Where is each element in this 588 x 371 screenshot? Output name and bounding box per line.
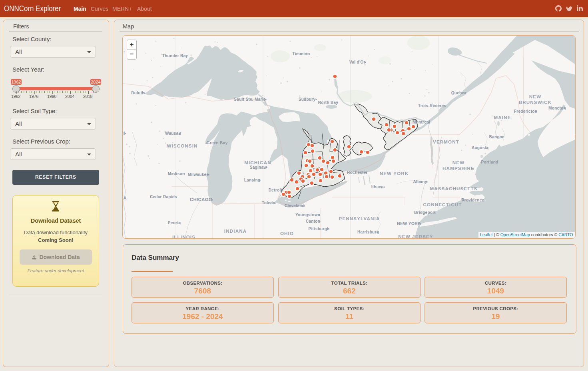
svg-text:NEW YORK: NEW YORK bbox=[380, 171, 409, 176]
svg-text:Harrisburg: Harrisburg bbox=[357, 230, 379, 234]
svg-text:MASSACHUSETTS: MASSACHUSETTS bbox=[430, 186, 477, 191]
svg-text:Lansing: Lansing bbox=[244, 178, 260, 182]
svg-text:Quebec: Quebec bbox=[451, 91, 467, 95]
svg-text:Moncton: Moncton bbox=[548, 106, 566, 110]
svg-text:Bridgeport: Bridgeport bbox=[414, 210, 436, 215]
svg-text:NEW: NEW bbox=[452, 160, 464, 165]
svg-text:MICHIGAN: MICHIGAN bbox=[244, 160, 271, 165]
svg-text:PENNSYLVANIA: PENNSYLVANIA bbox=[339, 216, 380, 221]
svg-text:Pittsburgh: Pittsburgh bbox=[309, 227, 330, 231]
svg-text:Montreal: Montreal bbox=[413, 120, 430, 124]
svg-text:NEW YORK: NEW YORK bbox=[397, 221, 421, 226]
svg-text:Portland: Portland bbox=[481, 160, 498, 164]
svg-text:WISCONSIN: WISCONSIN bbox=[167, 144, 197, 148]
svg-text:Wausau: Wausau bbox=[165, 131, 181, 136]
svg-text:Milwaukee: Milwaukee bbox=[188, 172, 209, 177]
svg-text:CONNECTICUT: CONNECTICUT bbox=[423, 202, 462, 207]
svg-text:NEW: NEW bbox=[529, 94, 541, 99]
svg-text:Providence: Providence bbox=[462, 198, 484, 202]
svg-text:NEW JERSEY: NEW JERSEY bbox=[398, 234, 433, 239]
svg-text:Madison: Madison bbox=[168, 172, 185, 176]
svg-text:Detroit: Detroit bbox=[269, 188, 283, 192]
svg-text:Fredericton: Fredericton bbox=[514, 109, 537, 114]
svg-text:North Bay: North Bay bbox=[318, 100, 339, 105]
svg-text:Val d'Or: Val d'Or bbox=[349, 60, 365, 64]
svg-text:Bangor: Bangor bbox=[489, 135, 504, 139]
svg-text:OHIO: OHIO bbox=[280, 231, 294, 236]
svg-text:Peoria: Peoria bbox=[168, 221, 181, 225]
svg-text:Timmins: Timmins bbox=[292, 52, 309, 56]
svg-text:Toledo: Toledo bbox=[262, 201, 275, 205]
svg-text:MAINE: MAINE bbox=[494, 115, 511, 120]
svg-text:Albany: Albany bbox=[413, 180, 427, 184]
svg-text:Canton: Canton bbox=[306, 219, 320, 223]
svg-text:BRUNSWICK: BRUNSWICK bbox=[519, 100, 552, 105]
svg-text:Sault Ste. Marie: Sault Ste. Marie bbox=[234, 97, 265, 102]
svg-text:St. Paul: St. Paul bbox=[123, 131, 125, 136]
svg-text:Duluth: Duluth bbox=[131, 91, 144, 95]
svg-text:IOWA: IOWA bbox=[123, 195, 127, 200]
svg-text:Sudbury: Sudbury bbox=[299, 97, 316, 102]
svg-text:Thunder Bay: Thunder Bay bbox=[162, 54, 188, 58]
svg-text:Youngstown: Youngstown bbox=[295, 213, 320, 217]
svg-text:Halifax: Halifax bbox=[575, 134, 576, 139]
svg-text:Cleveland: Cleveland bbox=[285, 203, 305, 208]
svg-text:Rochester: Rochester bbox=[347, 170, 368, 175]
svg-text:Cedar Rapids: Cedar Rapids bbox=[150, 195, 177, 199]
svg-text:Augusta: Augusta bbox=[472, 146, 488, 150]
svg-text:INDIANA: INDIANA bbox=[224, 229, 247, 233]
svg-text:Saginaw: Saginaw bbox=[250, 165, 267, 170]
svg-text:VERMONT: VERMONT bbox=[433, 140, 459, 144]
svg-text:Green Bay: Green Bay bbox=[207, 141, 228, 145]
svg-text:Ithaca: Ithaca bbox=[371, 185, 384, 189]
svg-text:HAMPSHIRE: HAMPSHIRE bbox=[442, 166, 474, 171]
svg-text:CHICAGO: CHICAGO bbox=[190, 197, 212, 202]
svg-text:Trois-Rivières: Trois-Rivières bbox=[418, 104, 446, 108]
svg-text:ILLINOIS: ILLINOIS bbox=[172, 235, 195, 239]
